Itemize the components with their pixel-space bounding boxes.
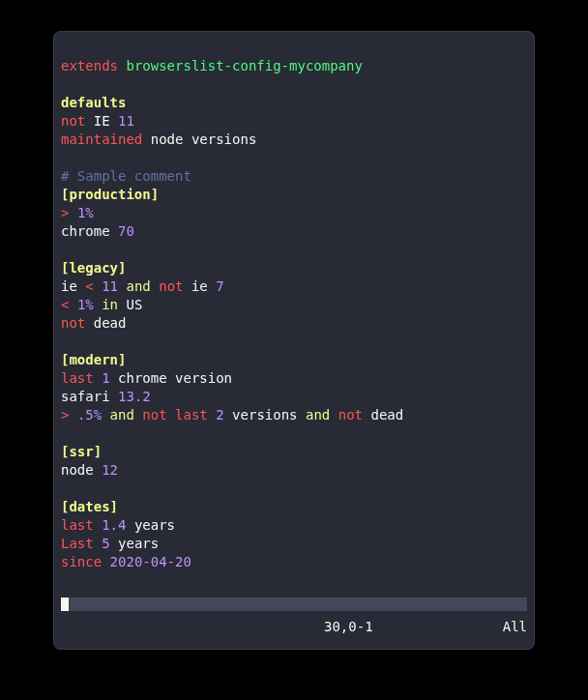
browser-chrome: chrome — [118, 370, 167, 386]
browser-ie: ie — [61, 278, 77, 294]
number-1: 1 — [102, 370, 109, 386]
cursor-position: 30,0-1 — [324, 618, 469, 636]
operator-gt: > — [61, 205, 69, 220]
section-dates: [dates] — [61, 499, 118, 514]
status-bar: 30,0-1 All — [61, 618, 527, 636]
keyword-in: in — [102, 297, 118, 312]
scroll-indicator: All — [469, 618, 527, 636]
operator-gt: > — [61, 407, 69, 423]
percent-1: 1% — [77, 297, 94, 312]
code-editor[interactable]: extends browserslist-config-mycompany de… — [61, 39, 527, 571]
keyword-not: not — [338, 407, 363, 423]
keyword-last: last — [175, 407, 208, 423]
keyword-years: years — [118, 536, 159, 551]
keyword-versions: versions — [232, 407, 297, 423]
number-14: 1.4 — [102, 517, 126, 533]
keyword-not: not — [61, 113, 85, 129]
keyword-node: node — [61, 462, 94, 478]
number-7: 7 — [216, 278, 223, 294]
keyword-version: version — [175, 370, 232, 386]
keyword-defaults: defaults — [61, 95, 126, 110]
keyword-last: last — [61, 517, 94, 533]
browser-ie: ie — [191, 278, 208, 294]
keyword-not: not — [159, 278, 183, 294]
keyword-since: since — [61, 554, 102, 569]
percent-1: 1% — [77, 205, 94, 220]
keyword-dead: dead — [94, 315, 127, 331]
browser-ie: IE — [94, 113, 110, 129]
browser-safari: safari — [61, 389, 110, 404]
terminal-window: extends browserslist-config-mycompany de… — [53, 31, 535, 650]
number-11: 11 — [118, 113, 134, 129]
comment: # Sample comment — [61, 168, 191, 184]
operator-lt: < — [61, 297, 69, 312]
number-132: 13.2 — [118, 389, 151, 404]
section-production: [production] — [61, 187, 159, 202]
operator-lt: < — [85, 278, 93, 294]
empty-line-fill — [69, 598, 527, 611]
section-legacy: [legacy] — [61, 260, 126, 276]
keyword-extends: extends — [61, 58, 118, 73]
keyword-years: years — [134, 517, 175, 533]
number-2: 2 — [216, 407, 223, 423]
keyword-maintained: maintained — [61, 131, 142, 147]
keyword-not: not — [61, 315, 85, 331]
keyword-and: and — [126, 278, 150, 294]
package-name: browserslist-config-mycompany — [126, 58, 362, 73]
percent-05: .5% — [77, 407, 102, 423]
region-us: US — [126, 297, 142, 312]
keyword-not: not — [142, 407, 166, 423]
date-literal: 2020-04-20 — [110, 554, 191, 569]
keyword-last-cap: Last — [61, 536, 94, 551]
keyword-dead: dead — [370, 407, 403, 423]
cursor-block — [61, 598, 69, 611]
keyword-last: last — [61, 370, 94, 386]
section-modern: [modern] — [61, 352, 126, 367]
number-11: 11 — [102, 278, 118, 294]
section-ssr: [ssr] — [61, 444, 102, 459]
keyword-node: node — [151, 131, 184, 147]
number-5: 5 — [102, 536, 109, 551]
number-70: 70 — [118, 223, 134, 239]
cursor-row — [61, 598, 527, 611]
keyword-versions: versions — [191, 131, 256, 147]
browser-chrome: chrome — [61, 223, 110, 239]
number-12: 12 — [102, 462, 118, 478]
keyword-and: and — [306, 407, 330, 423]
keyword-and: and — [110, 407, 134, 423]
